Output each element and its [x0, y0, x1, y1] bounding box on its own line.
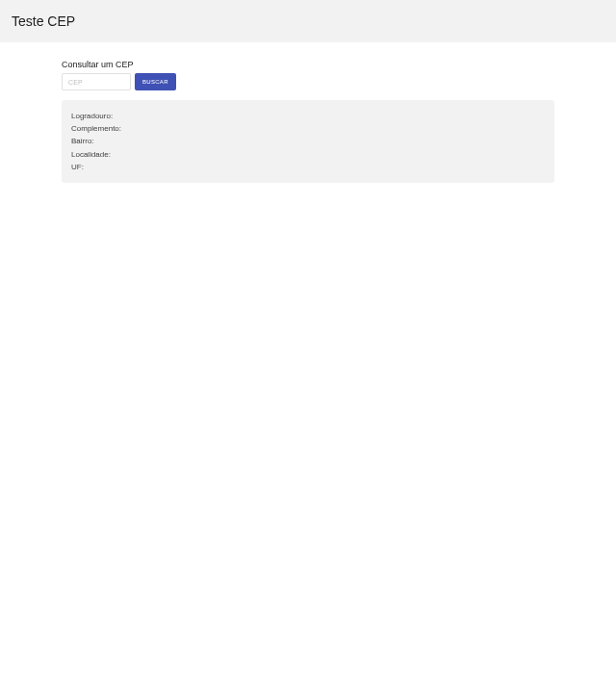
form-subtitle: Consultar um CEP	[62, 60, 554, 69]
result-row-bairro: Bairro:	[71, 135, 545, 147]
result-row-complemento: Complemento:	[71, 122, 545, 135]
result-row-uf: UF:	[71, 161, 545, 173]
cep-input[interactable]	[62, 73, 131, 90]
app-title: Teste CEP	[12, 13, 75, 29]
main-content: Consultar um CEP BUSCAR Logradouro: Comp…	[0, 42, 616, 183]
result-row-logradouro: Logradouro:	[71, 110, 545, 122]
uf-label: UF:	[71, 163, 84, 171]
search-row: BUSCAR	[62, 73, 554, 90]
localidade-label: Localidade:	[71, 150, 111, 159]
bairro-label: Bairro:	[71, 137, 94, 145]
complemento-label: Complemento:	[71, 124, 121, 133]
search-button[interactable]: BUSCAR	[135, 73, 176, 90]
logradouro-label: Logradouro:	[71, 112, 113, 120]
result-row-localidade: Localidade:	[71, 148, 545, 161]
result-card: Logradouro: Complemento: Bairro: Localid…	[62, 100, 554, 183]
toolbar: Teste CEP	[0, 0, 616, 42]
